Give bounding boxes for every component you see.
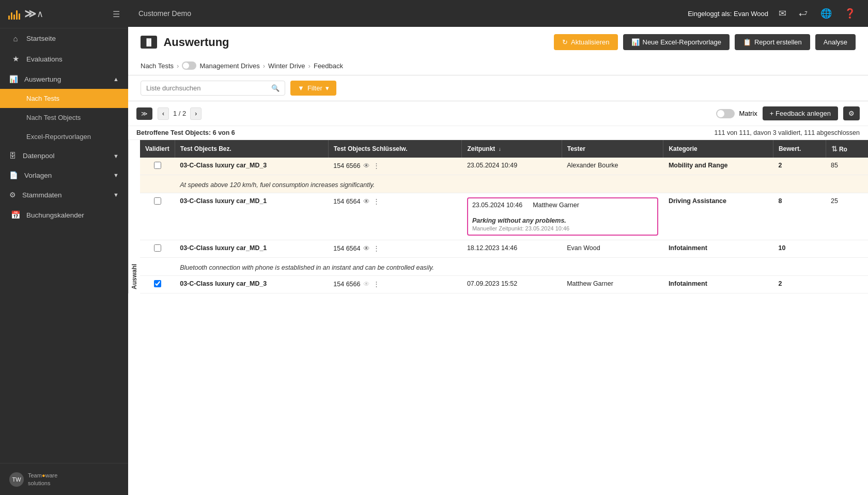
chevron-up-icon: ▲ xyxy=(113,76,119,82)
col-bewertung[interactable]: Bewert. xyxy=(773,140,826,158)
topbar-brand: Customer Demo xyxy=(138,9,191,18)
more-icon[interactable]: ⋮ xyxy=(373,280,380,288)
search-input[interactable] xyxy=(146,84,268,92)
row3-obj-name: 03-C-Class luxury car_MD_1 xyxy=(175,240,328,258)
row1-tester: Alexander Bourke xyxy=(562,158,663,175)
matrix-label: Matrix xyxy=(739,110,757,117)
more-icon[interactable]: ⋮ xyxy=(373,244,380,252)
row3-tester: Evan Wood xyxy=(562,240,663,258)
logout-icon[interactable]: ⮐ xyxy=(797,6,810,21)
sidebar-item-nach-tests[interactable]: Nach Tests xyxy=(0,89,128,108)
more-icon[interactable]: ⋮ xyxy=(373,162,380,169)
expand-button[interactable]: ≫ xyxy=(136,107,152,120)
logo-bar-2 xyxy=(11,12,12,20)
reorder-icon[interactable]: ⇅ xyxy=(831,145,838,153)
matrix-toggle-switch[interactable] xyxy=(716,109,735,118)
row3-checkbox-cell xyxy=(140,240,175,258)
feedback-table: Validiert Test Objects Bez. Test Objects… xyxy=(140,140,868,293)
feedback-anlegen-button[interactable]: + Feedback anlegen xyxy=(763,106,838,120)
file-icon: 📄 xyxy=(9,171,18,179)
report-icon: 📋 xyxy=(743,38,751,46)
row3-checkbox[interactable] xyxy=(154,244,161,252)
row4-checkbox-cell xyxy=(140,276,175,293)
col-kategorie[interactable]: Kategorie xyxy=(663,140,773,158)
sidebar-footer: TW Team●ware solutions xyxy=(0,463,128,495)
row3-bewertung: 10 xyxy=(773,240,826,258)
sidebar-toggle-button[interactable]: ☰ xyxy=(113,9,120,19)
sidebar-item-startseite[interactable]: ⌂ Startseite xyxy=(0,28,128,49)
row2-pink-cell: 23.05.2024 10:46 Matthew Garner Parking … xyxy=(462,193,663,240)
chart-icon: 📊 xyxy=(9,75,18,83)
prev-page-button[interactable]: ‹ xyxy=(158,107,169,120)
excel-icon: 📊 xyxy=(631,38,640,46)
row4-schluessel: 154 6566 👁 ⋮ xyxy=(328,276,462,293)
sidebar-item-datenpool[interactable]: 🗄 Datenpool ▼ xyxy=(0,146,128,165)
filter-button[interactable]: ▼ Filter ▾ xyxy=(290,81,336,96)
col-test-objects-bez[interactable]: Test Objects Bez. xyxy=(175,140,328,158)
row2-checkbox[interactable] xyxy=(154,197,161,205)
row2-kategorie: Driving Assistance xyxy=(663,193,773,240)
footer-logo: TW Team●ware solutions xyxy=(9,472,57,487)
sidebar-item-vorlagen[interactable]: 📄 Vorlagen ▼ xyxy=(0,165,128,185)
sidebar-item-buchungskalender[interactable]: 📅 Buchungskalender xyxy=(0,205,128,225)
matrix-toggle: Matrix xyxy=(716,109,757,118)
breadcrumb: Nach Tests › Management Drives › Winter … xyxy=(141,56,856,75)
next-page-button[interactable]: › xyxy=(190,107,202,120)
calendar-icon: 📅 xyxy=(11,210,20,220)
table-row: 03-C-Class luxury car_MD_3 154 6566 👁 ⋮ xyxy=(140,158,868,175)
search-box[interactable]: 🔍 xyxy=(141,81,285,96)
breadcrumb-nach-tests[interactable]: Nach Tests xyxy=(141,62,174,70)
more-icon[interactable]: ⋮ xyxy=(373,197,380,205)
management-drives-toggle[interactable] xyxy=(182,61,196,70)
topbar-logged-in-label: Eingeloggt als: Evan Wood xyxy=(688,10,768,18)
breadcrumb-management-drives[interactable]: Management Drives xyxy=(199,62,259,70)
table-with-vertical: Auswahl Validiert Test Objects Bez. Test… xyxy=(128,140,868,293)
main-content: Customer Demo Eingeloggt als: Evan Wood … xyxy=(128,0,868,495)
report-erstellen-button[interactable]: 📋 Report erstellen xyxy=(735,34,810,50)
col-schluesselw[interactable]: Test Objects Schlüsselw. xyxy=(328,140,462,158)
table-row: 03-C-Class luxury car_MD_3 154 6566 👁 ⋮ xyxy=(140,276,868,293)
row2-ro: 25 xyxy=(826,193,868,240)
sidebar-item-nach-test-objects[interactable]: Nach Test Objects xyxy=(0,108,128,127)
globe-icon[interactable]: 🌐 xyxy=(818,6,834,21)
help-icon[interactable]: ❓ xyxy=(842,6,858,21)
table-row: 03-C-Class luxury car_MD_1 154 6564 👁 ⋮ xyxy=(140,240,868,258)
breadcrumb-feedback[interactable]: Feedback xyxy=(314,62,343,70)
row4-checkbox[interactable] xyxy=(154,280,161,287)
row2-bewertung: 8 xyxy=(773,193,826,240)
col-zeitpunkt[interactable]: Zeitpunkt ↓ xyxy=(462,140,562,158)
row2-manual-time: Manueller Zeitpunkt: 23.05.2024 10:46 xyxy=(472,225,653,231)
mail-icon[interactable]: ✉ xyxy=(777,6,788,21)
neue-excel-button[interactable]: 📊 Neue Excel-Reportvorlage xyxy=(623,34,730,50)
col-ro[interactable]: ⇅ Ro xyxy=(826,140,868,158)
row4-zeitpunkt: 07.09.2023 15:52 xyxy=(462,276,562,293)
sidebar-item-excel-reportvorlagen[interactable]: Excel-Reportvorlagen xyxy=(0,127,128,146)
row1-kategorie: Mobility and Range xyxy=(663,158,773,175)
logo-bar-3 xyxy=(13,14,15,20)
row3-kategorie: Infotainment xyxy=(663,240,773,258)
aktualisieren-button[interactable]: ↻ Aktualisieren xyxy=(554,34,617,50)
eye-icon[interactable]: 👁 xyxy=(363,245,370,252)
row3-schluessel: 154 6564 👁 ⋮ xyxy=(328,240,462,258)
row2-obj-name: 03-C-Class luxury car_MD_1 xyxy=(175,193,328,240)
eye-icon[interactable]: 👁 xyxy=(363,162,370,169)
breadcrumb-winter-drive[interactable]: Winter Drive xyxy=(268,62,305,70)
chevron-down-icon: ▼ xyxy=(113,172,119,178)
row2-checkbox-cell xyxy=(140,193,175,240)
page-title: Auswertung xyxy=(163,36,229,49)
row1-checkbox[interactable] xyxy=(154,162,161,169)
row1-checkbox-cell xyxy=(140,158,175,175)
header-actions: ↻ Aktualisieren 📊 Neue Excel-Reportvorla… xyxy=(554,34,856,50)
pink-highlight-box: 23.05.2024 10:46 Matthew Garner Parking … xyxy=(467,197,658,236)
settings-button[interactable]: ⚙ xyxy=(843,106,860,120)
sidebar-item-evaluations[interactable]: ★ Evaluations xyxy=(0,49,128,69)
col-tester[interactable]: Tester xyxy=(562,140,663,158)
sidebar-item-stammdaten[interactable]: ⚙ Stammdaten ▼ xyxy=(0,185,128,205)
info-row: Betroffene Test Objects: 6 von 6 111 von… xyxy=(128,126,868,140)
row4-kategorie: Infotainment xyxy=(663,276,773,293)
filter-icon: ▼ xyxy=(298,84,304,92)
analyse-button[interactable]: Analyse xyxy=(815,34,856,50)
eye-icon[interactable]: 👁 xyxy=(363,198,370,205)
sidebar-item-auswertung[interactable]: 📊 Auswertung ▲ xyxy=(0,69,128,89)
filter-bar: 🔍 ▼ Filter ▾ xyxy=(128,75,868,101)
